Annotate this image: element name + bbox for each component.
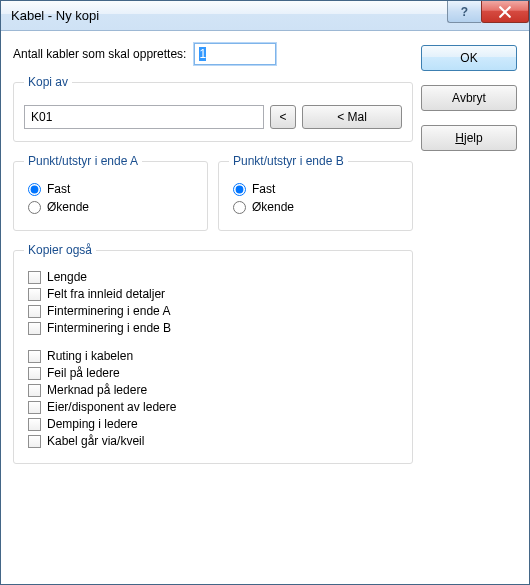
ende-b-group: Punkt/utstyr i ende B Fast Økende xyxy=(218,154,413,231)
ende-b-okende-row: Økende xyxy=(229,200,402,214)
kopi-av-group: Kopi av < < Mal xyxy=(13,75,413,142)
opt-ruting-row: Ruting i kabelen xyxy=(24,349,402,363)
help-icon: ? xyxy=(461,5,468,19)
opt-merknad-row: Merknad på ledere xyxy=(24,383,402,397)
titlebar[interactable]: Kabel - Ny kopi ? xyxy=(1,1,529,31)
opt-via-checkbox[interactable] xyxy=(28,435,41,448)
kopi-av-legend: Kopi av xyxy=(24,75,72,89)
opt-eier-checkbox[interactable] xyxy=(28,401,41,414)
count-label: Antall kabler som skal opprettes: xyxy=(13,47,186,61)
mal-button[interactable]: < Mal xyxy=(302,105,402,129)
hjelp-button[interactable]: Hjelp xyxy=(421,125,517,151)
right-column: OK Avbryt Hjelp xyxy=(421,43,517,572)
ende-a-group: Punkt/utstyr i ende A Fast Økende xyxy=(13,154,208,231)
ende-a-fast-row: Fast xyxy=(24,182,197,196)
opt-fint-a-row: Finterminering i ende A xyxy=(24,304,402,318)
opt-demping-row: Demping i ledere xyxy=(24,417,402,431)
opt-fint-b-row: Finterminering i ende B xyxy=(24,321,402,335)
titlebar-help-button[interactable]: ? xyxy=(447,1,481,23)
close-icon xyxy=(499,6,511,18)
ende-a-okende-label: Økende xyxy=(47,200,89,214)
opt-via-row: Kabel går via/kveil xyxy=(24,434,402,448)
titlebar-buttons: ? xyxy=(447,1,529,23)
ends-row: Punkt/utstyr i ende A Fast Økende Punkt/… xyxy=(13,154,413,231)
ende-a-fast-radio[interactable] xyxy=(28,183,41,196)
titlebar-close-button[interactable] xyxy=(481,1,529,23)
ende-b-okende-radio[interactable] xyxy=(233,201,246,214)
ende-a-okende-row: Økende xyxy=(24,200,197,214)
opt-eier-label: Eier/disponent av ledere xyxy=(47,400,176,414)
opt-demping-checkbox[interactable] xyxy=(28,418,41,431)
opt-felt-checkbox[interactable] xyxy=(28,288,41,301)
kopi-av-input[interactable] xyxy=(24,105,264,129)
ende-a-fast-label: Fast xyxy=(47,182,70,196)
ende-b-fast-label: Fast xyxy=(252,182,275,196)
opt-felt-row: Felt fra innleid detaljer xyxy=(24,287,402,301)
opt-lengde-label: Lengde xyxy=(47,270,87,284)
ende-b-fast-row: Fast xyxy=(229,182,402,196)
window-title: Kabel - Ny kopi xyxy=(11,8,99,23)
ok-button[interactable]: OK xyxy=(421,45,517,71)
opt-merknad-checkbox[interactable] xyxy=(28,384,41,397)
opt-lengde-checkbox[interactable] xyxy=(28,271,41,284)
opt-demping-label: Demping i ledere xyxy=(47,417,138,431)
dialog-window: Kabel - Ny kopi ? Antall kabler som skal… xyxy=(0,0,530,585)
opt-fint-a-checkbox[interactable] xyxy=(28,305,41,318)
avbryt-button[interactable]: Avbryt xyxy=(421,85,517,111)
opt-feil-row: Feil på ledere xyxy=(24,366,402,380)
opt-feil-checkbox[interactable] xyxy=(28,367,41,380)
kopier-legend: Kopier også xyxy=(24,243,96,257)
ende-b-fast-radio[interactable] xyxy=(233,183,246,196)
opt-merknad-label: Merknad på ledere xyxy=(47,383,147,397)
opt-fint-b-checkbox[interactable] xyxy=(28,322,41,335)
kopi-av-row: < < Mal xyxy=(24,105,402,129)
opt-fint-a-label: Finterminering i ende A xyxy=(47,304,170,318)
opt-fint-b-label: Finterminering i ende B xyxy=(47,321,171,335)
ende-b-okende-label: Økende xyxy=(252,200,294,214)
count-row: Antall kabler som skal opprettes: xyxy=(13,43,413,65)
opt-feil-label: Feil på ledere xyxy=(47,366,120,380)
opt-ruting-label: Ruting i kabelen xyxy=(47,349,133,363)
left-column: Antall kabler som skal opprettes: Kopi a… xyxy=(13,43,413,572)
dialog-content: Antall kabler som skal opprettes: Kopi a… xyxy=(1,31,529,584)
prev-button[interactable]: < xyxy=(270,105,296,129)
opt-via-label: Kabel går via/kveil xyxy=(47,434,144,448)
count-input[interactable] xyxy=(194,43,276,65)
ende-a-legend: Punkt/utstyr i ende A xyxy=(24,154,142,168)
kopier-group: Kopier også Lengde Felt fra innleid deta… xyxy=(13,243,413,464)
ende-a-okende-radio[interactable] xyxy=(28,201,41,214)
ende-b-legend: Punkt/utstyr i ende B xyxy=(229,154,348,168)
opt-eier-row: Eier/disponent av ledere xyxy=(24,400,402,414)
opt-ruting-checkbox[interactable] xyxy=(28,350,41,363)
opt-lengde-row: Lengde xyxy=(24,270,402,284)
opt-felt-label: Felt fra innleid detaljer xyxy=(47,287,165,301)
